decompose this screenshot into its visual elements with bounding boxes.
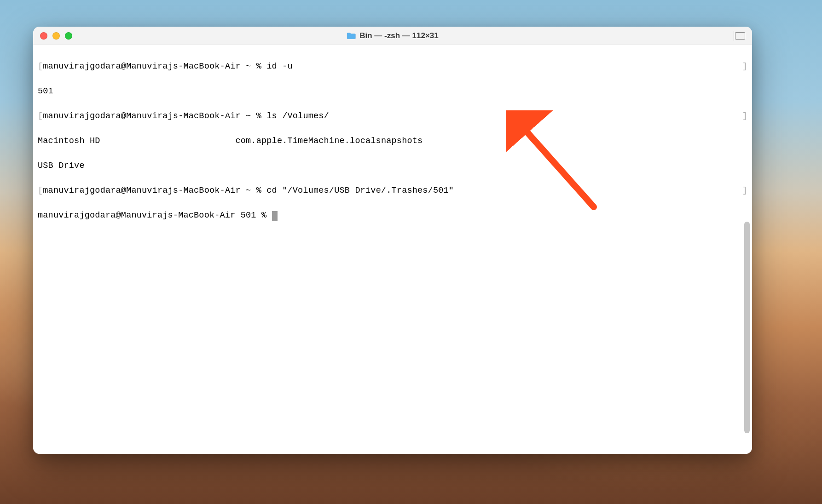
prompt: manuvirajgodara@Manuvirajs-MacBook-Air ~… (43, 111, 266, 121)
terminal-line: manuvirajgodara@Manuvirajs-MacBook-Air 5… (38, 209, 747, 222)
traffic-lights (40, 32, 72, 40)
bracket-open: [ (38, 62, 43, 71)
terminal-line: [manuvirajgodara@Manuvirajs-MacBook-Air … (38, 60, 747, 73)
minimize-button[interactable] (52, 32, 60, 40)
terminal-line: [manuvirajgodara@Manuvirajs-MacBook-Air … (38, 110, 747, 122)
command-text: id -u (266, 62, 293, 71)
window-title: Bin — -zsh — 112×31 (347, 31, 438, 40)
window-title-text: Bin — -zsh — 112×31 (359, 31, 438, 40)
panel-toggle-icon[interactable] (735, 32, 745, 40)
prompt: manuvirajgodara@Manuvirajs-MacBook-Air ~… (43, 186, 266, 195)
prompt: manuvirajgodara@Manuvirajs-MacBook-Air ~… (43, 62, 266, 71)
terminal-line: [manuvirajgodara@Manuvirajs-MacBook-Air … (38, 184, 747, 197)
terminal-cursor (272, 211, 278, 221)
window-titlebar[interactable]: Bin — -zsh — 112×31 (33, 27, 752, 45)
scrollbar-track[interactable] (743, 47, 751, 451)
bracket-open: [ (38, 111, 43, 121)
command-text: ls /Volumes/ (266, 111, 329, 121)
terminal-window: Bin — -zsh — 112×31 [manuvirajgodara@Man… (33, 27, 752, 454)
terminal-line: Macintosh HD com.apple.TimeMachine.local… (38, 135, 747, 147)
prompt: manuvirajgodara@Manuvirajs-MacBook-Air 5… (38, 211, 272, 220)
bracket-open: [ (38, 186, 43, 195)
output-text: Macintosh HD com.apple.TimeMachine.local… (38, 136, 423, 146)
terminal-line: 501 (38, 85, 747, 97)
titlebar-right-controls (733, 31, 745, 41)
maximize-button[interactable] (65, 32, 72, 40)
output-text: 501 (38, 86, 53, 96)
folder-icon (347, 32, 356, 40)
terminal-content[interactable]: [manuvirajgodara@Manuvirajs-MacBook-Air … (33, 45, 752, 454)
output-text: USB Drive (38, 161, 85, 171)
terminal-line: USB Drive (38, 160, 747, 172)
titlebar-divider (734, 31, 734, 41)
scrollbar-thumb[interactable] (744, 222, 750, 433)
command-text: cd "/Volumes/USB Drive/.Trashes/501" (266, 186, 454, 195)
close-button[interactable] (40, 32, 47, 40)
